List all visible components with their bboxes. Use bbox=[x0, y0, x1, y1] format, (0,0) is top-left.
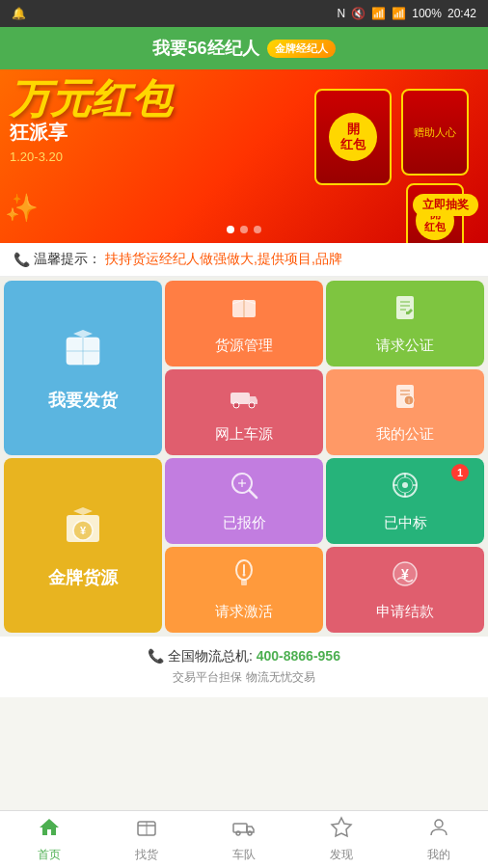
activate-label: 请求激活 bbox=[215, 603, 273, 621]
svg-point-41 bbox=[248, 831, 252, 835]
discover-icon bbox=[330, 816, 353, 845]
nav-mine-label: 我的 bbox=[427, 847, 450, 863]
shipper-label: 我要发货 bbox=[48, 389, 118, 412]
quoted-label: 已报价 bbox=[223, 514, 266, 532]
banner-main-text: 万元红包 bbox=[10, 79, 172, 120]
signal-icon: N bbox=[338, 7, 346, 20]
nav-fleet-label: 车队 bbox=[232, 847, 256, 863]
dot-2 bbox=[240, 226, 248, 233]
envelope-text-2: 赠助人心 bbox=[414, 125, 456, 140]
grid-item-settle[interactable]: ¥ 申请结款 bbox=[326, 547, 484, 633]
banner: 万元红包 狂派享 1.20-3.20 開红包 赠助人心 開红包 立即抽奖 ✨ bbox=[0, 69, 488, 243]
nav-discover-label: 发现 bbox=[330, 847, 353, 863]
wifi-icon: 📶 bbox=[371, 7, 386, 20]
grid-item-gold[interactable]: ¥ 金牌货源 bbox=[4, 458, 162, 633]
phone-icon-contact: 📞 bbox=[148, 648, 164, 664]
banner-date: 1.20-3.20 bbox=[10, 149, 172, 164]
notice-label: 温馨提示： bbox=[34, 251, 101, 268]
svg-point-10 bbox=[233, 402, 239, 408]
grid-item-shipper[interactable]: 我要发货 bbox=[4, 281, 162, 455]
grid-item-won[interactable]: 1 已中标 bbox=[326, 458, 484, 544]
banner-right: 開红包 赠助人心 開红包 bbox=[314, 89, 469, 243]
svg-point-42 bbox=[435, 820, 443, 827]
mine-icon bbox=[427, 816, 450, 845]
svg-rect-39 bbox=[233, 824, 247, 832]
notice-bar: 📞 温馨提示： 扶持货运经纪人做强做大,提供项目,品牌 bbox=[0, 243, 488, 277]
dot-3 bbox=[254, 226, 261, 233]
contact-phone[interactable]: 400-8866-956 bbox=[257, 648, 340, 664]
svg-point-26 bbox=[402, 482, 408, 488]
notarize-my-label: 我的公证 bbox=[376, 425, 434, 444]
nav-fleet[interactable]: 车队 bbox=[195, 811, 292, 868]
phone-icon: 📞 bbox=[14, 252, 30, 267]
status-bar: 🔔 N 🔇 📶 📶 100% 20:42 bbox=[0, 0, 488, 27]
envelope-text-1: 開红包 bbox=[329, 113, 377, 161]
shipper-icon bbox=[59, 324, 107, 383]
banner-content: 万元红包 狂派享 1.20-3.20 bbox=[10, 79, 172, 164]
contact-sub: 交易平台担保 物流无忧交易 bbox=[12, 669, 476, 686]
settle-label: 申请结款 bbox=[376, 603, 434, 621]
grid-item-truck[interactable]: 网上车源 bbox=[165, 369, 323, 455]
function-grid: 我要发货 货源管理 请求公证 bbox=[0, 277, 488, 637]
cellular-icon: 📶 bbox=[392, 7, 406, 20]
banner-lottery[interactable]: 立即抽奖 bbox=[413, 194, 478, 216]
cargo-icon bbox=[229, 292, 259, 331]
svg-rect-5 bbox=[396, 296, 414, 319]
cargo-label: 货源管理 bbox=[215, 337, 273, 355]
truck-icon bbox=[229, 381, 259, 420]
grid-item-notarize-req[interactable]: 请求公证 bbox=[326, 281, 484, 366]
svg-line-21 bbox=[250, 491, 257, 498]
gold-label: 金牌货源 bbox=[48, 566, 118, 589]
grid-item-notarize-my[interactable]: i 我的公证 bbox=[326, 369, 484, 455]
settle-icon: ¥ bbox=[390, 558, 420, 597]
svg-point-40 bbox=[236, 831, 240, 835]
nav-discover[interactable]: 发现 bbox=[293, 811, 391, 868]
mute-icon: 🔇 bbox=[351, 7, 366, 20]
svg-point-11 bbox=[249, 402, 255, 408]
contact-line: 📞 全国物流总机: 400-8866-956 bbox=[12, 648, 476, 665]
gold-icon: ¥ bbox=[59, 502, 107, 560]
notarize-req-icon bbox=[390, 292, 420, 331]
header-title: 我要56经纪人 bbox=[152, 37, 258, 60]
red-envelope-2: 赠助人心 bbox=[401, 89, 469, 176]
won-label: 已中标 bbox=[384, 514, 427, 532]
find-cargo-icon bbox=[135, 816, 158, 845]
nav-find-cargo[interactable]: 找货 bbox=[97, 811, 195, 868]
decorative-stars: ✨ bbox=[5, 192, 39, 224]
home-icon bbox=[38, 816, 61, 845]
battery-text: 100% bbox=[412, 7, 442, 20]
svg-point-34 bbox=[243, 574, 246, 577]
banner-sub-text: 狂派享 bbox=[10, 120, 172, 146]
svg-rect-32 bbox=[241, 580, 247, 585]
truck-label: 网上车源 bbox=[215, 425, 273, 444]
red-envelope-1: 開红包 bbox=[314, 89, 392, 185]
won-badge: 1 bbox=[451, 464, 469, 481]
svg-text:¥: ¥ bbox=[80, 525, 87, 536]
nav-mine[interactable]: 我的 bbox=[391, 811, 488, 868]
dot-1 bbox=[227, 226, 234, 233]
fleet-icon bbox=[232, 816, 256, 845]
header-badge: 金牌经纪人 bbox=[267, 40, 336, 58]
bottom-nav: 首页 找货 车队 发现 bbox=[0, 810, 488, 868]
notification-icon: 🔔 bbox=[12, 7, 26, 20]
nav-home-label: 首页 bbox=[38, 847, 61, 863]
nav-find-cargo-label: 找货 bbox=[135, 847, 158, 863]
status-right: N 🔇 📶 📶 100% 20:42 bbox=[338, 7, 476, 20]
notarize-req-label: 请求公证 bbox=[376, 337, 434, 355]
grid-item-activate[interactable]: 请求激活 bbox=[165, 547, 323, 633]
banner-dots bbox=[227, 226, 261, 233]
won-icon bbox=[390, 470, 420, 508]
svg-rect-9 bbox=[230, 393, 250, 404]
grid-item-quoted[interactable]: 已报价 bbox=[165, 458, 323, 544]
notice-text: 扶持货运经纪人做强做大,提供项目,品牌 bbox=[105, 251, 342, 268]
grid-item-cargo[interactable]: 货源管理 bbox=[165, 281, 323, 366]
quoted-icon bbox=[229, 470, 259, 508]
contact-prefix: 全国物流总机: bbox=[168, 648, 253, 664]
nav-home[interactable]: 首页 bbox=[0, 811, 97, 868]
time: 20:42 bbox=[447, 7, 476, 20]
header: 我要56经纪人 金牌经纪人 bbox=[0, 27, 488, 69]
status-left: 🔔 bbox=[12, 7, 26, 20]
contact-bar: 📞 全国物流总机: 400-8866-956 交易平台担保 物流无忧交易 bbox=[0, 637, 488, 697]
activate-icon bbox=[229, 558, 259, 597]
notarize-my-icon: i bbox=[390, 381, 420, 420]
